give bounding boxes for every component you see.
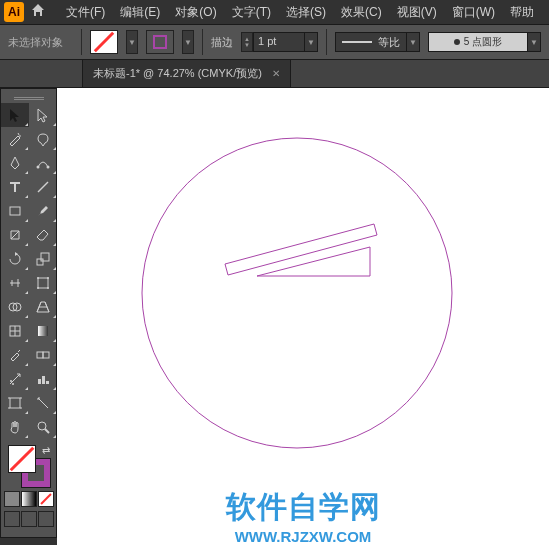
brush-dropdown[interactable]: ▼ [527, 32, 541, 52]
home-icon[interactable] [30, 2, 46, 22]
direct-selection-tool[interactable] [29, 103, 57, 127]
paintbrush-tool[interactable] [29, 199, 57, 223]
profile-select[interactable]: 等比 [335, 32, 407, 52]
free-transform-tool[interactable] [29, 271, 57, 295]
svg-rect-3 [10, 207, 20, 215]
svg-rect-19 [38, 379, 41, 384]
menu-file[interactable]: 文件(F) [60, 2, 111, 23]
svg-point-9 [37, 287, 39, 289]
svg-point-18 [12, 383, 14, 385]
stroke-label: 描边 [211, 35, 233, 50]
svg-point-23 [38, 422, 46, 430]
gradient-tool[interactable] [29, 319, 57, 343]
blend-tool[interactable] [29, 343, 57, 367]
shape-builder-tool[interactable] [1, 295, 29, 319]
svg-rect-16 [43, 352, 49, 358]
menu-edit[interactable]: 编辑(E) [114, 2, 166, 23]
perspective-tool[interactable] [29, 295, 57, 319]
svg-line-2 [38, 182, 48, 192]
menu-view[interactable]: 视图(V) [391, 2, 443, 23]
curvature-tool[interactable] [29, 151, 57, 175]
menu-select[interactable]: 选择(S) [280, 2, 332, 23]
separator [202, 29, 203, 55]
lasso-tool[interactable] [29, 127, 57, 151]
svg-point-8 [47, 277, 49, 279]
artboard-tool[interactable] [1, 391, 29, 415]
parallelogram-shape [225, 224, 377, 275]
close-icon[interactable]: ✕ [272, 68, 280, 79]
brush-preview[interactable]: 5 点圆形 [428, 32, 528, 52]
fill-color-swatch[interactable] [8, 445, 36, 473]
document-tab-title: 未标题-1* @ 74.27% (CMYK/预览) [93, 66, 262, 81]
svg-point-17 [10, 380, 12, 382]
menu-effect[interactable]: 效果(C) [335, 2, 388, 23]
stroke-weight-dropdown[interactable]: ▼ [304, 32, 318, 52]
svg-rect-21 [46, 381, 49, 384]
separator [326, 29, 327, 55]
column-graph-tool[interactable] [29, 367, 57, 391]
menu-object[interactable]: 对象(O) [169, 2, 222, 23]
color-mode-solid[interactable] [4, 491, 20, 507]
rectangle-tool[interactable] [1, 199, 29, 223]
fill-swatch[interactable] [90, 30, 118, 54]
watermark-url: WWW.RJZXW.COM [57, 528, 549, 545]
pen-tool[interactable] [1, 151, 29, 175]
svg-point-7 [37, 277, 39, 279]
mesh-tool[interactable] [1, 319, 29, 343]
rotate-tool[interactable] [1, 247, 29, 271]
eyedropper-tool[interactable] [1, 343, 29, 367]
eraser-tool[interactable] [29, 223, 57, 247]
brush-dot-icon [454, 39, 460, 45]
selection-tool[interactable] [1, 103, 29, 127]
stroke-dropdown[interactable]: ▼ [182, 30, 194, 54]
hand-tool[interactable] [1, 415, 29, 439]
svg-rect-6 [38, 278, 48, 288]
watermark: 软件自学网 WWW.RJZXW.COM [57, 487, 549, 545]
menu-help[interactable]: 帮助 [504, 2, 540, 23]
stroke-weight-input[interactable]: 1 pt [253, 32, 305, 52]
profile-dropdown[interactable]: ▼ [406, 32, 420, 52]
svg-rect-5 [41, 253, 49, 261]
menu-window[interactable]: 窗口(W) [446, 2, 501, 23]
panel-handle[interactable] [1, 93, 56, 103]
color-mode-gradient[interactable] [21, 491, 37, 507]
type-tool[interactable] [1, 175, 29, 199]
magic-wand-tool[interactable] [1, 127, 29, 151]
svg-rect-4 [37, 259, 43, 265]
slice-tool[interactable] [29, 391, 57, 415]
scale-tool[interactable] [29, 247, 57, 271]
stroke-weight-stepper[interactable]: ▲▼ [241, 32, 253, 52]
fill-stroke-block: ⇄ [1, 439, 56, 537]
line-segment-tool[interactable] [29, 175, 57, 199]
artwork [57, 88, 549, 545]
zoom-tool[interactable] [29, 415, 57, 439]
draw-behind[interactable] [21, 511, 37, 527]
width-tool[interactable] [1, 271, 29, 295]
svg-point-0 [37, 166, 40, 169]
fill-dropdown[interactable]: ▼ [126, 30, 138, 54]
svg-line-24 [45, 429, 49, 433]
document-tab[interactable]: 未标题-1* @ 74.27% (CMYK/预览) ✕ [82, 59, 291, 87]
separator [81, 29, 82, 55]
watermark-title: 软件自学网 [57, 487, 549, 528]
svg-rect-15 [37, 352, 43, 358]
svg-rect-20 [42, 376, 45, 384]
app-title-bar: Ai 文件(F) 编辑(E) 对象(O) 文字(T) 选择(S) 效果(C) 视… [0, 0, 549, 24]
control-bar: 未选择对象 ▼ ▼ 描边 ▲▼ 1 pt ▼ 等比 ▼ 5 点圆形 ▼ [0, 24, 549, 60]
circle-shape [142, 138, 452, 448]
stroke-swatch[interactable] [146, 30, 174, 54]
selection-status: 未选择对象 [8, 35, 63, 50]
color-mode-none[interactable] [38, 491, 54, 507]
svg-rect-14 [38, 326, 48, 336]
profile-label: 等比 [378, 35, 400, 50]
draw-normal[interactable] [4, 511, 20, 527]
swap-fill-stroke-icon[interactable]: ⇄ [42, 445, 50, 456]
app-icon: Ai [4, 2, 24, 22]
shaper-tool[interactable] [1, 223, 29, 247]
draw-inside[interactable] [38, 511, 54, 527]
svg-point-1 [47, 166, 50, 169]
menu-type[interactable]: 文字(T) [226, 2, 277, 23]
symbol-sprayer-tool[interactable] [1, 367, 29, 391]
document-tab-bar: 未标题-1* @ 74.27% (CMYK/预览) ✕ [0, 60, 549, 88]
canvas[interactable]: 软件自学网 WWW.RJZXW.COM [57, 88, 549, 545]
